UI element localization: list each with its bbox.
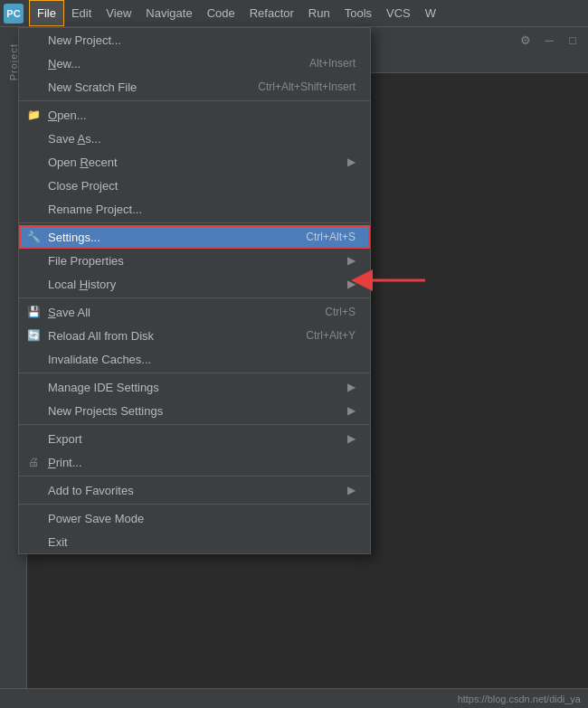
menu-tools[interactable]: Tools (337, 0, 379, 26)
maximize-icon[interactable]: □ (563, 30, 583, 50)
menubar: PC File Edit View Navigate Code Refactor… (0, 0, 588, 27)
menu-refactor[interactable]: Refactor (242, 0, 301, 26)
menu-item-exit[interactable]: Exit (19, 530, 370, 553)
menu-code[interactable]: Code (200, 0, 242, 26)
statusbar-url: https://blog.csdn.net/didi_ya (458, 694, 581, 704)
menu-item-local-history[interactable]: Local History ▶ (19, 272, 370, 296)
menu-item-file-properties[interactable]: File Properties ▶ (19, 249, 370, 272)
minimize-icon[interactable]: ─ (539, 30, 559, 50)
menu-item-save-all[interactable]: 💾 Save All Ctrl+S (19, 300, 370, 324)
gear-icon[interactable]: ⚙ (516, 30, 536, 50)
menu-w[interactable]: W (418, 0, 443, 26)
separator-2 (19, 222, 370, 223)
menu-file[interactable]: File (29, 0, 64, 26)
separator-5 (19, 424, 370, 425)
arrow-icon-manage-ide: ▶ (347, 381, 356, 393)
menu-item-new-projects-settings[interactable]: New Projects Settings ▶ (19, 399, 370, 422)
menu-item-open[interactable]: 📁 Open... (19, 103, 370, 127)
menu-item-power-save-mode[interactable]: Power Save Mode (19, 506, 370, 530)
file-dropdown-menu: New Project... New... Alt+Insert New Scr… (18, 27, 371, 554)
arrow-icon: ▶ (347, 156, 356, 168)
floppy-icon: 💾 (26, 305, 41, 319)
arrow-icon-new-projects: ▶ (347, 404, 356, 417)
menu-item-new[interactable]: New... Alt+Insert (19, 52, 370, 75)
separator-3 (19, 297, 370, 298)
menu-item-close-project[interactable]: Close Project (19, 174, 370, 197)
menu-item-save-as[interactable]: Save As... (19, 127, 370, 150)
wrench-icon: 🔧 (26, 230, 41, 244)
menu-item-new-scratch-file[interactable]: New Scratch File Ctrl+Alt+Shift+Insert (19, 75, 370, 99)
sidebar-label: Project (8, 43, 19, 80)
menu-view[interactable]: View (99, 0, 138, 26)
menu-navigate[interactable]: Navigate (138, 0, 199, 26)
printer-icon: 🖨 (26, 455, 41, 469)
arrow-icon-export: ▶ (347, 432, 356, 445)
reload-icon: 🔄 (26, 328, 41, 343)
menu-item-reload-all[interactable]: 🔄 Reload All from Disk Ctrl+Alt+Y (19, 324, 370, 347)
folder-icon: 📁 (26, 108, 41, 122)
separator-4 (19, 373, 370, 373)
statusbar: https://blog.csdn.net/didi_ya (0, 688, 588, 708)
menu-item-rename-project[interactable]: Rename Project... (19, 197, 370, 221)
menu-item-add-to-favorites[interactable]: Add to Favorites ▶ (19, 478, 370, 502)
menu-run[interactable]: Run (301, 0, 337, 26)
separator-7 (19, 504, 370, 505)
separator-1 (19, 100, 370, 101)
arrow-icon-favorites: ▶ (347, 484, 356, 496)
menu-item-open-recent[interactable]: Open Recent ▶ (19, 150, 370, 174)
menu-item-print[interactable]: 🖨 Print... (19, 450, 370, 474)
menu-vcs[interactable]: VCS (379, 0, 418, 26)
menu-edit[interactable]: Edit (64, 0, 99, 26)
menu-item-invalidate-caches[interactable]: Invalidate Caches... (19, 347, 370, 371)
separator-6 (19, 476, 370, 477)
menu-item-export[interactable]: Export ▶ (19, 427, 370, 450)
menu-item-settings[interactable]: 🔧 Settings... Ctrl+Alt+S (19, 225, 370, 249)
arrow-annotation (344, 262, 434, 301)
app-logo: PC (4, 4, 24, 24)
menu-item-manage-ide-settings[interactable]: Manage IDE Settings ▶ (19, 375, 370, 399)
menu-item-new-project[interactable]: New Project... (19, 28, 370, 52)
